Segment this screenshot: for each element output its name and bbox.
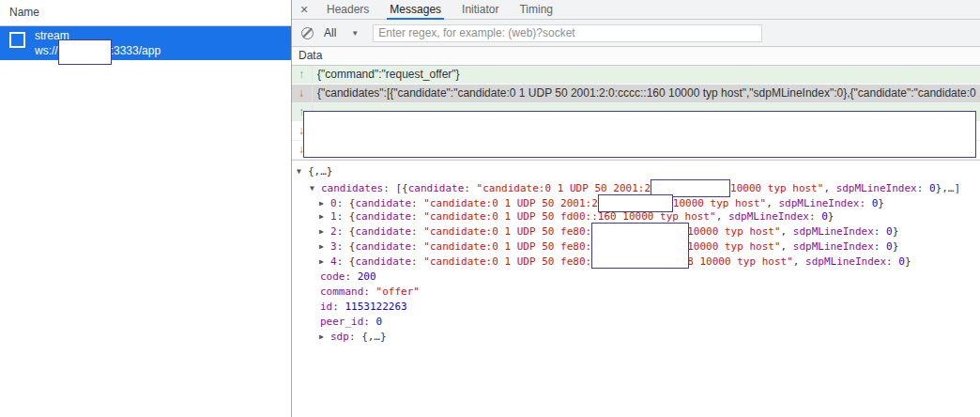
json-string: 10000 typ host" <box>687 240 780 253</box>
message-row[interactable]: ↓{"candidates":[{"candidate":"candidate:… <box>292 85 980 103</box>
collapsed-arrow-icon[interactable]: ▶ <box>319 255 330 270</box>
json-key: peer_id <box>320 316 363 328</box>
collapsed-arrow-icon[interactable]: ▶ <box>319 330 330 345</box>
json-number: 0 <box>929 182 936 194</box>
json-punctuation: {,…} <box>361 331 387 343</box>
json-punctuation: : <box>411 240 423 253</box>
json-punctuation: : { <box>337 210 356 223</box>
json-punctuation: : <box>411 225 423 238</box>
json-punctuation: } <box>905 255 911 268</box>
json-punctuation: , <box>766 197 778 209</box>
json-key: candidate <box>356 197 412 209</box>
json-punctuation: {,…} <box>308 165 333 178</box>
json-number: 200 <box>358 270 376 283</box>
expanded-arrow-icon[interactable]: ▼ <box>297 164 308 179</box>
request-row-stream[interactable]: stream ws://:3333/app <box>0 26 291 60</box>
tree-line[interactable]: ▶sdp: {,…} <box>319 330 980 345</box>
message-filter-bar: All ▼ <box>292 20 980 47</box>
json-punctuation: : <box>886 255 898 268</box>
chevron-down-icon[interactable]: ▼ <box>351 29 359 38</box>
json-punctuation: } <box>878 197 884 209</box>
tree-line[interactable]: ▼candidates: [{candidate: "candidate:0 1… <box>310 179 980 194</box>
tree-line[interactable]: command: "offer" <box>320 285 980 300</box>
json-string: "candidate:0 1 UDP 50 fe80: <box>423 240 591 253</box>
collapsed-arrow-icon[interactable]: ▶ <box>319 224 330 239</box>
json-punctuation: } <box>893 225 899 238</box>
tree-line[interactable]: peer_id: 0 <box>320 315 980 330</box>
redaction-box-messages <box>303 111 976 158</box>
tree-line[interactable]: code: 200 <box>320 270 980 285</box>
json-string: 10000 typ host" <box>687 225 780 238</box>
tree-line[interactable]: ▼{,…} <box>297 164 980 179</box>
close-icon[interactable]: × <box>292 2 316 17</box>
detail-tabbar: × Headers Messages Initiator Timing <box>292 0 980 20</box>
json-string: 10000 typ host" <box>673 197 766 209</box>
json-key: sdpMLineIndex <box>805 255 886 268</box>
json-key: candidate <box>356 225 412 238</box>
json-punctuation: } <box>893 240 899 253</box>
json-string: "candidate:0 1 UDP 50 fe80: <box>423 255 591 268</box>
json-key: 3 <box>330 240 337 253</box>
regex-filter-input[interactable] <box>373 24 762 42</box>
json-key: 1 <box>330 210 337 223</box>
json-key: sdpMLineIndex <box>793 240 874 253</box>
json-punctuation: : { <box>337 225 356 238</box>
json-key: candidate <box>356 210 412 223</box>
message-text: {"candidates":[{"candidate":"candidate:0… <box>313 85 980 102</box>
tab-headers[interactable]: Headers <box>327 0 369 19</box>
json-key: 2 <box>330 225 337 238</box>
devtools-network-panel: Name stream ws://:3333/app × Headers Mes… <box>0 0 980 417</box>
json-key: 4 <box>330 255 337 268</box>
message-row[interactable]: ↑{"command":"request_offer"} <box>292 66 980 85</box>
json-key: sdpMLineIndex <box>778 197 859 209</box>
tab-timing[interactable]: Timing <box>519 0 553 19</box>
json-punctuation: , <box>781 225 793 238</box>
tab-initiator[interactable]: Initiator <box>462 0 498 19</box>
json-punctuation: },…] <box>936 182 961 194</box>
json-number: 1153122263 <box>345 301 407 313</box>
json-key: command <box>320 286 363 298</box>
json-punctuation: : <box>332 301 345 313</box>
json-punctuation: : <box>363 286 375 298</box>
json-punctuation: : <box>345 270 358 283</box>
json-string: "candidate:0 1 UDP 50 2001:2 <box>477 182 651 194</box>
message-type-select[interactable]: All <box>324 26 336 39</box>
json-string: 10000 typ host" <box>730 182 823 194</box>
collapsed-arrow-icon[interactable]: ▶ <box>319 209 330 224</box>
websocket-icon <box>9 32 25 48</box>
json-number: 0 <box>898 255 905 268</box>
json-key: sdpMLineIndex <box>728 210 809 223</box>
message-text: {"command":"request_offer"} <box>313 66 980 84</box>
json-punctuation: : <box>411 210 423 223</box>
json-punctuation: : [{ <box>383 182 408 194</box>
json-number: 0 <box>376 316 383 328</box>
json-punctuation: , <box>823 182 835 194</box>
json-punctuation: : { <box>337 197 356 209</box>
name-column-header: Name <box>0 0 291 26</box>
tree-line[interactable]: id: 1153122263 <box>320 300 980 315</box>
json-number: 0 <box>821 210 828 223</box>
json-punctuation: , <box>781 240 793 253</box>
json-key: candidate <box>408 182 465 194</box>
received-arrow-icon: ↓ <box>292 85 313 102</box>
json-punctuation: } <box>828 210 835 223</box>
request-list-panel: Name stream ws://:3333/app <box>0 0 292 417</box>
json-punctuation: : { <box>337 240 356 253</box>
json-punctuation: : <box>874 225 886 238</box>
data-column-header: Data <box>292 47 980 66</box>
json-key: candidates <box>321 182 383 194</box>
json-key: sdpMLineIndex <box>793 225 874 238</box>
tree-line[interactable]: ▶0: {candidate: "candidate:0 1 UDP 50 20… <box>319 194 980 209</box>
clear-filter-icon[interactable] <box>301 27 314 39</box>
json-key: candidate <box>356 240 412 253</box>
json-punctuation: : <box>363 316 375 328</box>
json-key: id <box>320 301 332 313</box>
json-string: "offer" <box>376 286 420 298</box>
message-json-tree: ▼{,…}▼candidates: [{candidate: "candidat… <box>292 161 980 416</box>
tab-messages[interactable]: Messages <box>390 0 441 19</box>
json-punctuation: , <box>716 210 728 223</box>
collapsed-arrow-icon[interactable]: ▶ <box>319 239 330 255</box>
json-punctuation: : <box>411 197 423 209</box>
json-key: 0 <box>330 197 337 209</box>
json-key: sdp <box>330 331 349 343</box>
